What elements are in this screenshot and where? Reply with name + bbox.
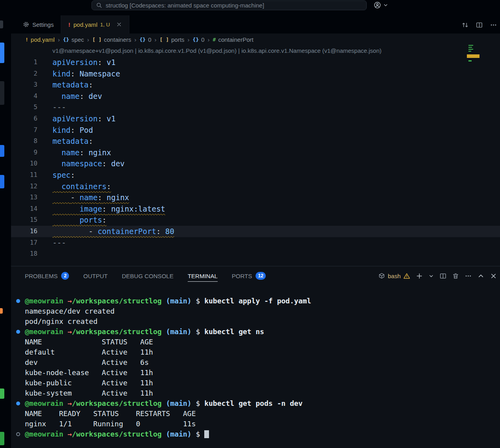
code-line-10[interactable]: 10 namespace: dev <box>11 158 500 169</box>
code-line-7[interactable]: 7kind: Pod <box>11 125 500 136</box>
code-line-3[interactable]: 3metadata: <box>11 79 500 91</box>
code-token <box>52 92 62 100</box>
code-text: image: nginx:latest <box>37 203 165 215</box>
panel-tab-problems[interactable]: PROBLEMS2 <box>25 266 69 285</box>
tab-settings[interactable]: Settings <box>16 15 61 33</box>
code-text: ports: <box>37 214 106 226</box>
terminal[interactable]: @meowrain →/workspaces/structlog (main) … <box>11 285 500 439</box>
tab-decoration: 1, U <box>100 22 110 28</box>
terminal-output: kube-system Active 11h <box>25 389 153 397</box>
line-number: 5 <box>11 102 37 113</box>
panel-more-actions-icon[interactable] <box>465 273 472 279</box>
breadcrumb-separator: › <box>58 36 60 43</box>
breadcrumb-label: containers <box>104 36 131 43</box>
code-line-2[interactable]: 2kind: Namespace <box>11 68 500 80</box>
panel-tab-terminal[interactable]: TERMINAL <box>188 266 218 285</box>
code-token: metadata <box>52 80 89 89</box>
search-text: structlog [Codespaces: animated space co… <box>106 2 264 9</box>
code-token: kind <box>52 126 71 134</box>
close-panel-icon[interactable] <box>490 273 497 279</box>
terminal-output: namespace/dev created <box>25 307 115 315</box>
split-terminal-icon[interactable] <box>440 273 446 279</box>
panel-tab-label: PORTS <box>232 273 252 279</box>
prompt-arrow-icon: → <box>63 430 72 438</box>
code-line-14[interactable]: 14 image: nginx:latest <box>11 203 500 215</box>
code-line-4[interactable]: 4 name: dev <box>11 91 500 102</box>
breadcrumb: !pod.yaml›{}spec›[ ]containers›{}0›[ ]po… <box>11 33 500 45</box>
code-line-15[interactable]: 15 ports: <box>11 214 500 226</box>
more-actions-icon[interactable] <box>490 22 497 28</box>
panel-tab-output[interactable]: OUTPUT <box>83 266 108 285</box>
minimap[interactable] <box>467 44 480 65</box>
code-line-1[interactable]: 1apiVersion: v1 <box>11 57 500 68</box>
prompt-user: @meowrain <box>25 399 63 407</box>
code-token: 80 <box>161 227 174 236</box>
breadcrumb-item-containerPort[interactable]: #containerPort <box>213 36 254 43</box>
launch-profile-chevron-down-icon[interactable] <box>429 273 434 279</box>
line-number: 12 <box>11 181 37 192</box>
line-number: 4 <box>11 91 37 102</box>
code-line-13[interactable]: 13 - name: nginx <box>11 192 500 203</box>
code-line-11[interactable]: 11spec: <box>11 169 500 181</box>
code-line-6[interactable]: 6apiVersion: v1 <box>11 113 500 125</box>
prompt-git-branch: (main) <box>162 327 192 336</box>
activity-bar-decoration <box>0 389 4 399</box>
code-text: apiVersion: v1 <box>37 113 116 125</box>
code-text: - containerPort: 80 <box>37 226 174 237</box>
close-icon[interactable] <box>116 22 122 27</box>
line-number: 11 <box>11 169 37 181</box>
code-token: kind <box>52 69 71 78</box>
code-token: : <box>106 182 111 191</box>
account-chevron-down-icon[interactable] <box>383 3 388 7</box>
code-token <box>52 193 71 202</box>
terminal-profile[interactable]: bash <box>379 273 410 279</box>
code-line-8[interactable]: 8metadata: <box>11 136 500 147</box>
code-line-12[interactable]: 12 containers: <box>11 181 500 192</box>
terminal-output: NAME READY STATUS RESTARTS AGE <box>25 409 196 418</box>
code-token: : <box>97 58 102 67</box>
breadcrumb-item-spec[interactable]: {}spec <box>63 36 84 43</box>
breadcrumb-separator: › <box>188 36 190 43</box>
activity-bar-decoration <box>0 43 4 63</box>
code-lines[interactable]: 1apiVersion: v12kind: Namespace3metadata… <box>11 57 500 260</box>
breadcrumb-item-pod.yaml[interactable]: !pod.yaml <box>25 36 55 43</box>
breadcrumb-label: containerPort <box>218 36 253 43</box>
panel-tab-debug-console[interactable]: DEBUG CONSOLE <box>122 266 174 285</box>
code-line-5[interactable]: 5--- <box>11 102 500 113</box>
breadcrumb-separator: › <box>87 36 89 43</box>
panel-tab-label: DEBUG CONSOLE <box>122 273 174 279</box>
panel-tab-ports[interactable]: PORTS12 <box>232 266 266 285</box>
object-braces-icon: {} <box>140 37 146 43</box>
line-number: 18 <box>11 248 37 260</box>
code-token: name <box>62 148 80 157</box>
tab-pod-yaml[interactable]: ! pod.yaml 1, U <box>61 15 129 33</box>
panel-header: PROBLEMS2OUTPUTDEBUG CONSOLETERMINALPORT… <box>11 266 500 285</box>
account-icon[interactable] <box>374 2 381 9</box>
breadcrumb-item-containers[interactable]: [ ]containers <box>92 36 131 43</box>
terminal-line: default Active 11h <box>25 347 500 357</box>
code-token: Pod <box>75 126 93 134</box>
editor[interactable]: !pod.yaml›{}spec›[ ]containers›{}0›[ ]po… <box>11 33 500 266</box>
command-center-search[interactable]: structlog [Codespaces: animated space co… <box>91 0 367 10</box>
kill-terminal-trash-icon[interactable] <box>452 273 459 279</box>
maximize-panel-chevron-up-icon[interactable] <box>478 273 484 279</box>
breadcrumb-item-0[interactable]: {}0 <box>193 36 205 43</box>
tab-label: pod.yaml <box>73 21 97 28</box>
code-line-18[interactable]: 18 <box>11 248 500 260</box>
code-line-9[interactable]: 9 name: nginx <box>11 147 500 158</box>
open-changes-icon[interactable] <box>462 22 468 28</box>
breadcrumb-item-ports[interactable]: [ ]ports <box>160 36 185 43</box>
code-token: image <box>80 204 102 213</box>
activity-bar-strip[interactable] <box>0 0 11 448</box>
prompt-dollar: $ <box>192 430 205 438</box>
code-token: containers <box>62 182 106 191</box>
code-line-17[interactable]: 17--- <box>11 237 500 249</box>
warning-icon: ! <box>25 37 28 43</box>
terminal-line: NAME READY STATUS RESTARTS AGE <box>25 409 500 419</box>
panel-tab-badge: 2 <box>61 272 69 280</box>
line-number: 9 <box>11 147 37 158</box>
new-terminal-icon[interactable] <box>416 273 423 279</box>
breadcrumb-item-0[interactable]: {}0 <box>140 36 151 43</box>
code-line-16[interactable]: 16 - containerPort: 80 <box>11 226 500 237</box>
split-editor-icon[interactable] <box>476 22 483 28</box>
